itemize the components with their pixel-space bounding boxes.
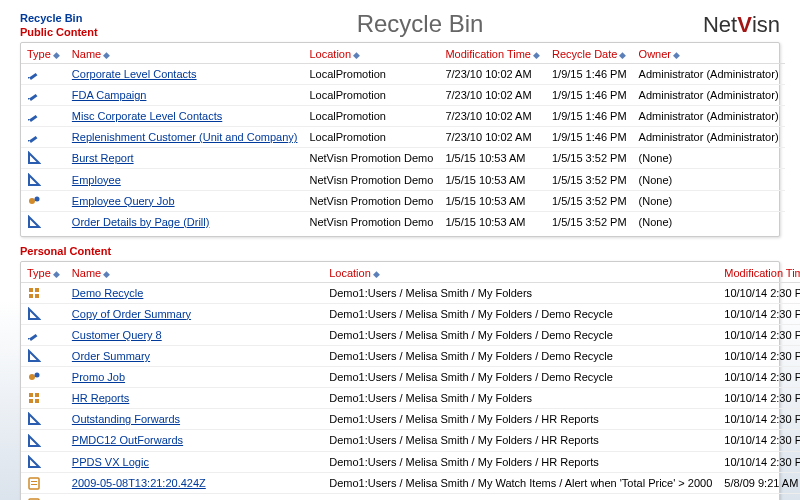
recycle-cell: 1/5/15 3:52 PM	[546, 190, 633, 211]
col-type[interactable]: Type◆	[21, 45, 66, 64]
table-row: Promo JobDemo1:Users / Melisa Smith / My…	[21, 367, 800, 388]
name-cell: Employee	[66, 169, 304, 190]
location-cell: NetVisn Promotion Demo	[303, 148, 439, 169]
item-link[interactable]: FDA Campaign	[72, 89, 147, 101]
item-link[interactable]: Employee Query Job	[72, 195, 175, 207]
type-cell	[21, 324, 66, 345]
triangle-icon	[27, 172, 41, 184]
sort-icon: ◆	[103, 50, 110, 60]
mod-cell: 7/23/10 10:02 AM	[439, 64, 546, 85]
item-link[interactable]: Misc Corporate Level Contacts	[72, 110, 222, 122]
col-name[interactable]: Name◆	[66, 264, 323, 283]
mod-cell: 7/23/10 10:02 AM	[439, 106, 546, 127]
page-title: Recycle Bin	[180, 8, 660, 38]
sort-icon: ◆	[53, 269, 60, 279]
recycle-cell: 1/5/15 3:52 PM	[546, 169, 633, 190]
location-cell: NetVisn Promotion Demo	[303, 190, 439, 211]
location-cell: LocalPromotion	[303, 85, 439, 106]
item-link[interactable]: Demo Recycle	[72, 287, 144, 299]
type-cell	[21, 430, 66, 451]
item-link[interactable]: HR Reports	[72, 392, 129, 404]
name-cell: Customer Query 8	[66, 324, 323, 345]
col-owner[interactable]: Owner◆	[633, 45, 785, 64]
owner-cell: (None)	[633, 211, 785, 232]
item-link[interactable]: Customer Query 8	[72, 329, 162, 341]
table-row: Burst ReportNetVisn Promotion Demo1/5/15…	[21, 148, 785, 169]
name-cell: PMDC12 OutForwards	[66, 430, 323, 451]
recycle-cell: 1/9/15 1:46 PM	[546, 64, 633, 85]
mod-cell: 10/10/14 2:30 PM	[718, 303, 800, 324]
owner-cell: (None)	[633, 190, 785, 211]
triangle-icon	[27, 455, 41, 467]
table-row: PMDC12 OutForwardsDemo1:Users / Melisa S…	[21, 430, 800, 451]
location-cell: NetVisn Promotion Demo	[303, 211, 439, 232]
breadcrumb[interactable]: Recycle Bin	[20, 12, 180, 24]
sort-icon: ◆	[373, 269, 380, 279]
table-row: EmployeeNetVisn Promotion Demo1/5/15 10:…	[21, 169, 785, 190]
logo-text-v: V	[737, 12, 752, 37]
name-cell: Demo Recycle	[66, 282, 323, 303]
recycle-cell: 1/9/15 1:46 PM	[546, 106, 633, 127]
location-cell: LocalPromotion	[303, 106, 439, 127]
col-mod[interactable]: Modification Time◆	[718, 264, 800, 283]
name-cell: Employee Query Job	[66, 190, 304, 211]
owner-cell: (None)	[633, 169, 785, 190]
mod-cell: 10/10/14 2:30 PM	[718, 324, 800, 345]
mod-cell: 1/5/15 10:53 AM	[439, 190, 546, 211]
item-link[interactable]: 2009-05-08T13:21:20.424Z	[72, 477, 206, 489]
item-link[interactable]: PPDS VX Logic	[72, 456, 149, 468]
mod-cell: 10/10/14 2:30 PM	[718, 388, 800, 409]
personal-panel: Type◆ Name◆ Location◆ Modification Time◆…	[20, 261, 780, 500]
name-cell: PPDS VX Logic	[66, 451, 323, 472]
col-type[interactable]: Type◆	[21, 264, 66, 283]
sort-icon: ◆	[353, 50, 360, 60]
type-cell	[21, 303, 66, 324]
triangle-icon	[27, 307, 41, 319]
type-cell	[21, 64, 66, 85]
type-cell	[21, 367, 66, 388]
location-cell: Demo1:Users / Melisa Smith / My Folders …	[323, 346, 718, 367]
col-recycle[interactable]: Recycle Date◆	[546, 45, 633, 64]
type-cell	[21, 211, 66, 232]
table-row: Misc Corporate Level ContactsLocalPromot…	[21, 106, 785, 127]
item-link[interactable]: Order Summary	[72, 350, 150, 362]
mod-cell: 7/23/10 10:02 AM	[439, 127, 546, 148]
item-link[interactable]: PMDC12 OutForwards	[72, 434, 183, 446]
table-row: 2009-05-08T13:21:20.424ZDemo1:Users / Me…	[21, 472, 800, 493]
item-link[interactable]: Copy of Order Summary	[72, 308, 191, 320]
owner-cell: Administrator (Administrator)	[633, 85, 785, 106]
item-link[interactable]: Promo Job	[72, 371, 125, 383]
pencil-icon	[27, 109, 41, 121]
name-cell: Corporate Level Contacts	[66, 64, 304, 85]
item-link[interactable]: Employee	[72, 174, 121, 186]
grid-icon	[27, 391, 41, 403]
location-cell: Demo1:Users / Melisa Smith / My Folders …	[323, 367, 718, 388]
name-cell: Outstanding Forwards	[66, 409, 323, 430]
col-mod[interactable]: Modification Time◆	[439, 45, 546, 64]
type-cell	[21, 190, 66, 211]
triangle-icon	[27, 151, 41, 163]
owner-cell: Administrator (Administrator)	[633, 127, 785, 148]
col-location[interactable]: Location◆	[323, 264, 718, 283]
mod-cell: 10/10/14 2:30 PM	[718, 282, 800, 303]
triangle-icon	[27, 433, 41, 445]
gears-icon	[27, 370, 41, 382]
item-link[interactable]: Order Details by Page (Drill)	[72, 216, 210, 228]
type-cell	[21, 169, 66, 190]
sort-icon: ◆	[53, 50, 60, 60]
item-link[interactable]: Corporate Level Contacts	[72, 68, 197, 80]
item-link[interactable]: Burst Report	[72, 152, 134, 164]
item-link[interactable]: Replenishment Customer (Unit and Company…	[72, 131, 298, 143]
table-row: FDA CampaignLocalPromotion7/23/10 10:02 …	[21, 85, 785, 106]
type-cell	[21, 106, 66, 127]
col-name[interactable]: Name◆	[66, 45, 304, 64]
item-link[interactable]: Outstanding Forwards	[72, 413, 180, 425]
type-cell	[21, 493, 66, 500]
personal-heading: Personal Content	[20, 245, 780, 257]
name-cell: Report: 'Order Summary' - 'Total Price' …	[66, 493, 323, 500]
table-row: Outstanding ForwardsDemo1:Users / Melisa…	[21, 409, 800, 430]
name-cell: Order Details by Page (Drill)	[66, 211, 304, 232]
location-cell: Demo1:Users / Melisa Smith / My Watch It…	[323, 472, 718, 493]
public-heading: Public Content	[20, 26, 180, 38]
col-location[interactable]: Location◆	[303, 45, 439, 64]
